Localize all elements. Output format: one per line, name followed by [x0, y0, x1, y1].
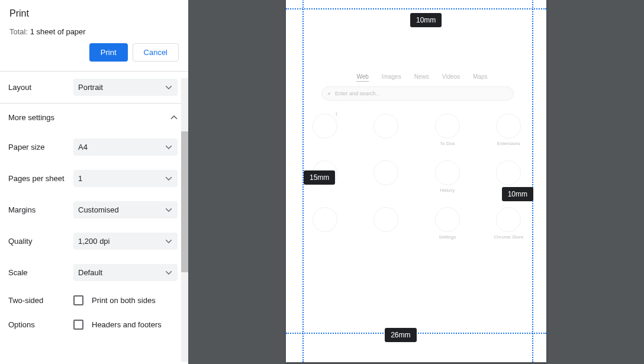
pages-per-sheet-label: Pages per sheet: [8, 174, 73, 183]
quality-row: Quality 1,200 dpi: [0, 226, 188, 257]
margin-guide-right[interactable]: [532, 0, 533, 362]
two-sided-checkbox[interactable]: [73, 295, 83, 305]
margin-guide-top[interactable]: [286, 8, 546, 9]
preview-page[interactable]: Web Images News Videos Maps Enter and se…: [286, 0, 546, 362]
scale-label: Scale: [8, 268, 73, 277]
pages-per-sheet-select[interactable]: 1: [73, 170, 178, 187]
layout-select[interactable]: Portrait: [73, 79, 178, 96]
margin-badge-bottom[interactable]: 26mm: [385, 328, 416, 342]
layout-label: Layout: [8, 83, 73, 92]
print-preview-area: Web Images News Videos Maps Enter and se…: [188, 0, 644, 364]
preview-tile: [356, 207, 417, 240]
settings-body: Layout Portrait More settings Paper size…: [0, 72, 188, 364]
layout-row: Layout Portrait: [0, 72, 188, 103]
sidebar-header: Print Total: 1 sheet of paper: [0, 0, 188, 42]
preview-tile-circle: [435, 114, 460, 138]
paper-size-select[interactable]: A4: [73, 138, 178, 156]
preview-tile-circle: [373, 114, 398, 138]
preview-tile-circle: [496, 160, 521, 185]
preview-tile-circle: [373, 160, 398, 185]
print-title: Print: [9, 8, 179, 19]
cancel-button[interactable]: Cancel: [133, 43, 179, 62]
print-settings-sidebar: Print Total: 1 sheet of paper Print Canc…: [0, 0, 188, 364]
preview-tile-circle: [435, 160, 460, 185]
more-settings-label: More settings: [8, 113, 54, 122]
preview-tab-videos: Videos: [442, 73, 460, 82]
preview-tile-circle: [496, 207, 521, 232]
options-row: Options Headers and footers: [0, 313, 188, 337]
preview-tile-label: Settings: [439, 234, 456, 240]
preview-tile-circle: [373, 207, 398, 232]
preview-tile: Extensions: [478, 114, 540, 146]
options-label: Options: [8, 320, 73, 329]
margin-badge-left[interactable]: 15mm: [304, 170, 335, 185]
margin-badge-top[interactable]: 10mm: [410, 13, 442, 27]
preview-tile: Chrome Store: [478, 207, 540, 240]
preview-tile-label: Extensions: [497, 141, 520, 146]
margins-select[interactable]: Customised: [73, 201, 178, 218]
headers-footers-option: Headers and footers: [92, 320, 162, 329]
preview-tile: To Dos: [417, 114, 478, 146]
preview-tile: [356, 114, 417, 146]
preview-tile-label: History: [440, 188, 455, 193]
preview-tile-badge: 1: [336, 112, 338, 116]
preview-tile: [356, 160, 417, 193]
margins-label: Margins: [8, 205, 73, 214]
paper-size-label: Paper size: [8, 143, 73, 152]
preview-tile: Settings: [417, 207, 478, 240]
preview-tab-images: Images: [382, 73, 401, 82]
two-sided-row: Two-sided Print on both sides: [0, 288, 188, 313]
preview-tile-circle: [496, 114, 521, 138]
margins-row: Margins Customised: [0, 194, 188, 226]
quality-label: Quality: [8, 237, 73, 246]
pages-per-sheet-row: Pages per sheet 1: [0, 163, 188, 194]
scale-select[interactable]: Default: [73, 264, 178, 281]
chevron-up-icon: [170, 114, 178, 121]
quality-select[interactable]: 1,200 dpi: [73, 233, 178, 250]
preview-tab-maps: Maps: [473, 73, 487, 82]
headers-footers-checkbox[interactable]: [73, 320, 83, 330]
preview-search-bar: Enter and search...: [321, 86, 514, 101]
preview-tile-label: Chrome Store: [494, 234, 523, 240]
preview-tabs: Web Images News Videos Maps: [333, 73, 511, 82]
scale-row: Scale Default: [0, 257, 188, 288]
print-button[interactable]: Print: [89, 43, 128, 62]
preview-tile-circle: [435, 207, 460, 232]
preview-tile-circle: [313, 207, 337, 232]
two-sided-label: Two-sided: [8, 296, 73, 305]
more-settings-toggle[interactable]: More settings: [0, 104, 188, 131]
preview-tile-label: To Dos: [440, 141, 455, 146]
preview-tab-web: Web: [356, 73, 368, 82]
two-sided-option: Print on both sides: [92, 296, 156, 305]
button-row: Print Cancel: [0, 42, 188, 71]
margin-badge-right[interactable]: 10mm: [502, 187, 533, 201]
paper-size-row: Paper size A4: [0, 131, 188, 163]
settings-scrollbar-track[interactable]: [181, 78, 188, 362]
preview-tile-circle: [313, 114, 337, 138]
preview-tile: History: [417, 160, 478, 193]
settings-scrollbar-thumb[interactable]: [181, 131, 188, 272]
preview-tab-news: News: [414, 73, 429, 82]
print-total: Total: 1 sheet of paper: [9, 27, 179, 36]
